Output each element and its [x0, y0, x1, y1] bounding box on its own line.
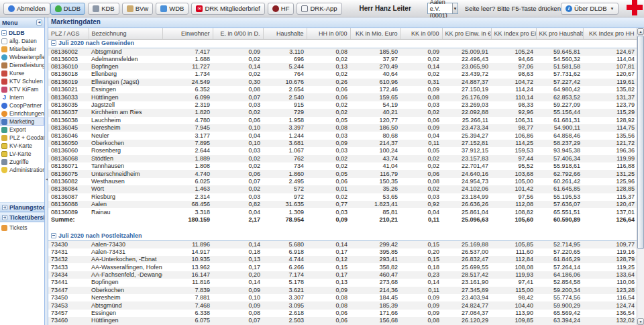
table-row[interactable]: 08136002Abtsgmünd7.4170,093.1100,08185,5… — [48, 48, 637, 56]
sidebar-item-ktv-schulen[interactable]: KTV Schulen — [0, 77, 44, 85]
sidebar-item-lv-karte[interactable]: LV-Karte — [0, 150, 44, 158]
table-row[interactable]: 08136037Kirchheim am Ries1.8200,027290,0… — [48, 109, 637, 116]
table-row[interactable]: 08136019Ellwangen (Jagst)24.5490,3010.67… — [48, 79, 637, 86]
scrollbar-thumb[interactable] — [637, 36, 644, 249]
sidebar-item-kurse[interactable]: Kurse — [0, 69, 44, 77]
sidebar-item-marketing[interactable]: Marketing — [0, 118, 44, 126]
sidebar-item-allg-daten[interactable]: allg. Daten — [0, 37, 44, 45]
table-row[interactable]: 73434AA-Fachsenfeld, -Dewangen16.1470,20… — [48, 271, 637, 279]
drk-mitgliederbrief-icon: ✉ — [196, 5, 203, 12]
table-row[interactable]: 73457Essingen6.3380,082.6180,06171,660,0… — [48, 310, 637, 317]
table-row[interactable]: 08136087Riesbürg2.3140,039720,0253,650,0… — [48, 193, 637, 201]
logout-button[interactable]: Abmelden — [3, 3, 50, 15]
kdb-icon — [93, 5, 99, 12]
table-row[interactable]: 73447Oberkochen7.8390,093.6210,09214,360… — [48, 287, 637, 294]
column-header[interactable]: HH in 0/00 — [307, 28, 350, 39]
tree-collapse-icon[interactable] — [1, 30, 7, 36]
table-row[interactable]: 08136088Aalen68.4560,8231.6350,771.823,4… — [48, 201, 637, 208]
table-row[interactable]: 08136084Wört1.4630,025720,0135,260,0224.… — [48, 185, 637, 193]
app-button-drk-mitgliederbrief[interactable]: ✉DRK Mitgliederbrief — [191, 3, 264, 15]
table-row[interactable]: 08136068Stödtlen1.8890,027620,0243,740,0… — [48, 155, 637, 162]
table-row[interactable]: 73450Neresheim7.8810,103.3070,08184,450,… — [48, 294, 637, 301]
collapse-sidebar-icon[interactable]: ◄ — [36, 19, 42, 26]
app-button-drk-app[interactable]: DRK-App — [297, 3, 341, 15]
column-header[interactable]: KK Index pro Einw. — [491, 28, 536, 39]
table-row[interactable]: 08136018Ellenberg1.7340,027640,0240,640,… — [48, 71, 637, 78]
table-row[interactable]: 08136010Bopfingen11.7270,145.2440,13270,… — [48, 63, 637, 71]
table-row[interactable]: 73431Aalen-7343114.9170,186.9180,17395,8… — [48, 248, 637, 256]
app-button-kdb[interactable]: KDB — [88, 3, 119, 15]
table-row[interactable]: 73460Hüttlingen6.0750,072.5030,06156,680… — [48, 317, 637, 324]
section-ticketuebersicht[interactable]: Ticketübersicht — [0, 212, 44, 222]
app-button-dldb[interactable]: DLDB — [50, 3, 85, 15]
column-header[interactable]: KK pro Einw. in € — [442, 28, 491, 39]
column-header[interactable]: Haushalte — [263, 28, 307, 39]
drk-logo: Deutsches Rotes Kreuz — [627, 0, 644, 17]
sidebar-item-cooppartner[interactable]: CoopPartner — [0, 101, 44, 109]
table-row[interactable]: 08136045Neresheim7.9450,103.3970,08186,5… — [48, 124, 637, 132]
table-row[interactable]: 08136082Westhausen6.0250,072.4950,06150,… — [48, 178, 637, 185]
column-header[interactable]: KK in 0/00 — [400, 28, 442, 39]
group-header-row[interactable]: Juli 2020 nach Gemeinden — [48, 39, 637, 48]
group-collapse-icon[interactable] — [51, 40, 56, 46]
column-header[interactable]: E. in 0/00 in D. — [213, 28, 263, 39]
table-row[interactable]: 08136021Essingen6.3520,082.6540,06172,46… — [48, 86, 637, 93]
menu-panel-header[interactable]: Menu ◄ — [0, 17, 44, 28]
facilities-icon — [1, 111, 7, 117]
sidebar-item-administration[interactable]: Administration — [0, 166, 44, 174]
scroll-up-icon[interactable]: ▲ — [637, 28, 644, 35]
table-row[interactable]: 08136075Unterschneidheim4.7400,061.8600,… — [48, 170, 637, 177]
sidebar-item-intern[interactable]: JIntern — [0, 93, 44, 101]
column-header[interactable]: KK in Mio. Euro — [350, 28, 400, 39]
group-collapse-icon[interactable] — [51, 233, 56, 238]
table-row[interactable]: 08136035Jagstzell2.3190,039150,0254,190,… — [48, 101, 637, 109]
sidebar-item-zugriffe[interactable]: Zugriffe — [0, 158, 44, 166]
table-row[interactable]: 08136089Rainau3.3180,041.3090,0385,810,0… — [48, 208, 637, 216]
table-row[interactable]: 08136071Tannhausen1.8080,027340,0241,040… — [48, 162, 637, 170]
table-row[interactable]: 73430Aalen-7343011.8960,145.6800,14299,4… — [48, 240, 637, 248]
table-row[interactable]: 73453Abtsgmünd7.4680,093.0950,08185,390,… — [48, 301, 637, 309]
sidebar-item-plz-geodaten[interactable]: PLZ + Geodaten — [0, 134, 44, 142]
dldb-icon — [55, 5, 62, 12]
top-toolbar: Abmelden DLDBKDBBVwWDB✉DRK Mitgliederbri… — [0, 0, 644, 17]
sidebar-item-kv-karte[interactable]: KV-Karte — [0, 142, 44, 150]
table-row[interactable]: 73441Bopfingen11.8160,145.1780,13273,680… — [48, 279, 637, 286]
org-select[interactable]: Aalen e.V. (0001) ▼ — [427, 3, 458, 14]
section-planungstools[interactable]: Planungstools — [0, 202, 44, 212]
table-row[interactable]: 08136003Adelmannsfelden1.6880,026960,023… — [48, 56, 637, 63]
column-header[interactable]: KK pro Haushalt in € — [536, 28, 583, 39]
sidebar-item-einrichtungen[interactable]: Einrichtungen u. G. — [0, 109, 44, 118]
expand-icon[interactable] — [2, 205, 7, 210]
select-arrow-icon[interactable]: ▼ — [452, 3, 458, 13]
app-button-bvw[interactable]: BVw — [122, 3, 154, 15]
sidebar-item-dldb-root[interactable]: DLDB — [0, 29, 44, 37]
table-row[interactable]: 08136038Lauchheim4.7800,061.9580,05120,7… — [48, 117, 637, 124]
group-header-row[interactable]: Juli 2020 nach Postleitzahlen — [48, 232, 637, 240]
sidebar-item-tickets[interactable]: Tickets — [0, 224, 44, 232]
about-dldb-button[interactable]: i Über DLDB ▼ — [561, 3, 619, 15]
sidebar-item-webseitenpflege[interactable]: Webseitenpflege — [0, 53, 44, 61]
column-header[interactable]: KK Index pro HH — [583, 28, 637, 39]
school-icon — [1, 79, 7, 85]
column-header[interactable]: PLZ / AGS — [48, 28, 89, 39]
sidebar-item-export[interactable]: Export — [0, 126, 44, 134]
expand-icon[interactable] — [2, 215, 7, 220]
person-icon — [1, 46, 7, 52]
table-row[interactable]: 08136050Oberkochen7.8950,103.6810,09214,… — [48, 140, 637, 147]
map-icon — [1, 143, 7, 149]
app-button-wdb[interactable]: WDB — [156, 3, 189, 15]
table-row[interactable]: 08136033Hüttlingen6.0990,072.5400,06159,… — [48, 93, 637, 101]
marketing-icon — [1, 119, 7, 125]
app-button-hf[interactable]: HF — [268, 3, 294, 15]
table-row[interactable]: 08136060Rosenberg2.6440,031.0670,03100,2… — [48, 147, 637, 154]
sidebar-item-mitarbeiter[interactable]: Mitarbeiter — [0, 45, 44, 53]
table-row[interactable]: 73432AA-Unterkochen, -Ebnat10.9350,134.7… — [48, 256, 637, 263]
sidebar-item-dienstleistungen[interactable]: Dienstleistungen — [0, 61, 44, 69]
column-header[interactable]: Bezeichnung — [89, 28, 162, 39]
sidebar-item-ktv-kifam[interactable]: KTV KiFam — [0, 85, 44, 93]
vertical-scrollbar[interactable]: ▲ ▼ — [637, 28, 644, 325]
table-row[interactable]: 73433AA-Wasseralfingen, Hofen13.9620,176… — [48, 263, 637, 271]
column-header[interactable]: Einwohner — [162, 28, 213, 39]
table-row[interactable]: 08136046Neuler3.1770,041.2440,0380,680,0… — [48, 132, 637, 139]
scroll-down-icon[interactable]: ▼ — [637, 318, 644, 325]
